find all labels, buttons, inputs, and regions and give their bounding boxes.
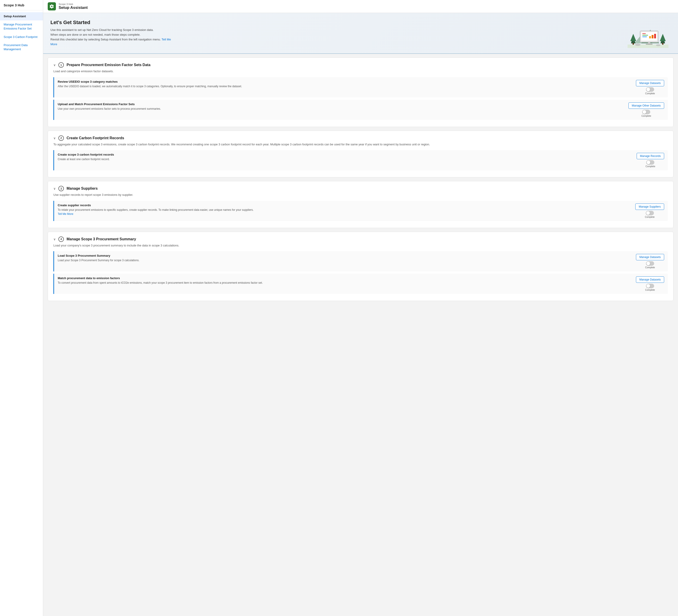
step-section-4: ∨4Manage Scope 3 Procurement SummaryLoad… (48, 232, 673, 301)
svg-rect-7 (642, 33, 646, 34)
task-desc-1-1: Use your own procurement emissions facto… (58, 107, 625, 111)
task-actions-4-1: Manage DatasetsComplete (636, 276, 664, 291)
sidebar-item-manage-procurement[interactable]: Manage Procurement Emissions Factor Set (0, 21, 43, 33)
task-content-3-0: Create supplier recordsTo relate your pr… (58, 203, 632, 216)
gear-icon (49, 4, 54, 9)
task-desc-1-0: After the USEEIO dataset is loaded, we a… (58, 84, 632, 88)
step-title-2: Create Carbon Footprint Records (67, 136, 124, 140)
task-button-1-1[interactable]: Manage Other Datasets (629, 103, 664, 109)
chevron-down-icon[interactable]: ∨ (53, 237, 56, 241)
svg-rect-8 (642, 35, 648, 36)
hero-illustration (625, 18, 671, 48)
steps-container: ∨1Prepare Procurement Emission Factor Se… (43, 57, 678, 306)
task-item-4-0: Load Scope 3 Procurement SummaryLoad you… (53, 251, 668, 271)
chevron-down-icon[interactable]: ∨ (53, 136, 56, 140)
svg-rect-13 (648, 42, 650, 44)
toggle-knob-4-0 (646, 262, 650, 265)
toggle-label-1-0: Complete (645, 92, 655, 95)
toggle-knob-4-1 (646, 284, 650, 288)
toggle-knob-1-1 (643, 110, 646, 114)
sidebar-title: Scope 3 Hub (0, 0, 43, 10)
topbar-heading: Setup Assistant (59, 5, 88, 10)
step-subtitle-4: Load your company's scope 3 procurement … (53, 243, 668, 248)
task-button-4-0[interactable]: Manage Datasets (636, 254, 664, 260)
task-button-1-0[interactable]: Manage Datasets (636, 80, 664, 86)
task-item-3-0: Create supplier recordsTo relate your pr… (53, 201, 668, 221)
task-button-3-0[interactable]: Manage Suppliers (635, 203, 664, 210)
step-section-1: ∨1Prepare Procurement Emission Factor Se… (48, 57, 673, 127)
task-item-1-1: Upload and Match Procurement Emissions F… (53, 100, 668, 120)
task-actions-4-0: Manage DatasetsComplete (636, 254, 664, 269)
complete-toggle-2-0[interactable] (646, 160, 654, 165)
svg-rect-12 (654, 34, 656, 38)
hero-text: Let's Get Started Use this assistant to … (50, 20, 625, 46)
hero-desc1: Use this assistant to set up Net Zero Cl… (50, 28, 178, 46)
sidebar-item-setup-assistant[interactable]: Setup Assistant (0, 12, 43, 21)
task-actions-1-0: Manage DatasetsComplete (636, 80, 664, 95)
step-header-4: ∨4Manage Scope 3 Procurement Summary (53, 236, 668, 242)
task-content-4-0: Load Scope 3 Procurement SummaryLoad you… (58, 254, 632, 262)
complete-toggle-1-1[interactable] (642, 110, 650, 114)
task-content-1-1: Upload and Match Procurement Emissions F… (58, 103, 625, 111)
task-title-1-0: Review USEEIO scope 3 category matches (58, 80, 632, 83)
step-title-4: Manage Scope 3 Procurement Summary (67, 237, 136, 241)
topbar-text: Scope 3 Hub Setup Assistant (59, 3, 88, 10)
complete-toggle-3-0[interactable] (646, 211, 654, 215)
toggle-label-2-0: Complete (645, 165, 655, 168)
task-item-1-0: Review USEEIO scope 3 category matchesAf… (53, 77, 668, 98)
toggle-wrapper-1-1: Complete (641, 110, 651, 117)
task-content-2-0: Create scope 3 carbon footprint recordsC… (58, 153, 633, 161)
complete-toggle-1-0[interactable] (646, 87, 654, 92)
svg-marker-3 (630, 34, 636, 41)
svg-rect-11 (652, 35, 653, 38)
task-title-4-0: Load Scope 3 Procurement Summary (58, 254, 632, 257)
task-desc-2-0: Create at least one carbon footprint rec… (58, 157, 633, 161)
step-subtitle-1: Load and categorize emission factor data… (53, 69, 668, 74)
step-header-1: ∨1Prepare Procurement Emission Factor Se… (53, 62, 668, 68)
sidebar: Scope 3 Hub Setup AssistantManage Procur… (0, 0, 43, 616)
svg-rect-10 (649, 36, 651, 38)
toggle-wrapper-1-0: Complete (645, 87, 655, 95)
hero-image-svg (628, 18, 669, 48)
task-button-4-1[interactable]: Manage Datasets (636, 276, 664, 283)
task-content-4-1: Match procurement data to emission facto… (58, 276, 632, 285)
task-title-2-0: Create scope 3 carbon footprint records (58, 153, 633, 156)
complete-toggle-4-0[interactable] (646, 261, 654, 266)
hero-section: Let's Get Started Use this assistant to … (43, 13, 678, 54)
task-actions-3-0: Manage SuppliersComplete (635, 203, 664, 218)
main-content: Scope 3 Hub Setup Assistant Let's Get St… (43, 0, 678, 616)
step-number-badge-1: 1 (59, 62, 64, 68)
step-number-badge-3: 3 (59, 186, 64, 191)
content-area: Let's Get Started Use this assistant to … (43, 13, 678, 616)
task-desc-3-0: To relate your procurement emissions to … (58, 208, 632, 216)
step-subtitle-2: To aggregate your calculated scope 3 emi… (53, 142, 668, 147)
svg-point-20 (656, 44, 661, 46)
svg-point-19 (635, 44, 641, 46)
task-link-3-0[interactable]: Tell Me More (58, 213, 73, 216)
sidebar-nav: Setup AssistantManage Procurement Emissi… (0, 10, 43, 55)
toggle-label-4-1: Complete (645, 289, 655, 291)
task-button-2-0[interactable]: Manage Records (637, 153, 664, 159)
topbar: Scope 3 Hub Setup Assistant (43, 0, 678, 13)
hero-title: Let's Get Started (50, 20, 625, 26)
toggle-label-3-0: Complete (645, 216, 654, 218)
step-header-3: ∨3Manage Suppliers (53, 186, 668, 191)
svg-rect-17 (662, 43, 664, 45)
chevron-down-icon[interactable]: ∨ (53, 187, 56, 190)
chevron-down-icon[interactable]: ∨ (53, 63, 56, 67)
complete-toggle-4-1[interactable] (646, 284, 654, 288)
toggle-wrapper-4-0: Complete (645, 261, 655, 269)
task-actions-2-0: Manage RecordsComplete (637, 153, 664, 168)
task-title-4-1: Match procurement data to emission facto… (58, 276, 632, 280)
step-section-2: ∨2Create Carbon Footprint RecordsTo aggr… (48, 130, 673, 178)
svg-rect-4 (633, 43, 634, 45)
task-desc-4-0: Load your Scope 3 Procurement Summary fo… (58, 258, 632, 262)
toggle-label-1-1: Complete (641, 115, 651, 117)
toggle-knob-3-0 (646, 211, 650, 215)
step-subtitle-3: Use supplier records to report scope 3 e… (53, 193, 668, 197)
sidebar-item-procurement-data[interactable]: Procurement Data Management (0, 41, 43, 53)
topbar-breadcrumb: Scope 3 Hub (59, 3, 88, 5)
sidebar-item-scope3-carbon[interactable]: Scope 3 Carbon Footprint (0, 33, 43, 41)
step-title-3: Manage Suppliers (67, 187, 98, 191)
task-title-3-0: Create supplier records (58, 203, 632, 207)
